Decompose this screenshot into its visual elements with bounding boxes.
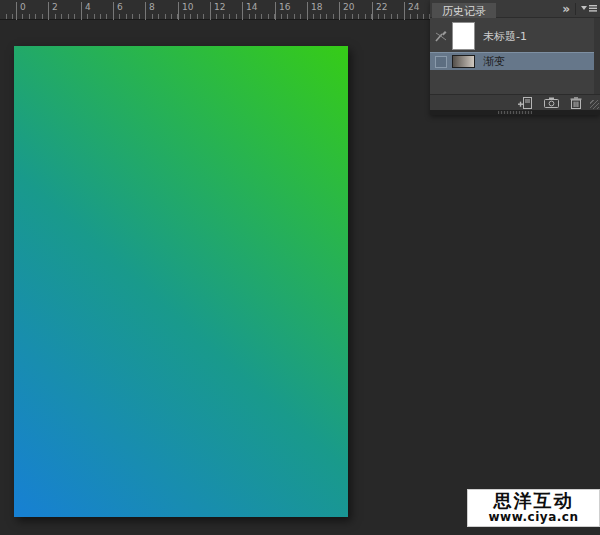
- watermark-title: 思洋互动: [494, 492, 574, 511]
- photoshop-workspace: { "app": { "background_color": "#282828"…: [0, 0, 600, 535]
- document-canvas-gradient[interactable]: [14, 46, 348, 517]
- tabbar-separator: [575, 3, 576, 15]
- ruler-mark: 14: [242, 2, 257, 12]
- gradient-state-thumbnail: [452, 55, 475, 68]
- history-panel-tabbar: 历史记录 »: [430, 0, 600, 18]
- history-state-gradient[interactable]: 渐变: [430, 52, 594, 70]
- panel-menu-icon[interactable]: [581, 4, 597, 14]
- ruler-mark: 6: [113, 2, 123, 12]
- watermark-url: www.ciya.cn: [489, 511, 579, 524]
- ruler-mark: 16: [275, 2, 290, 12]
- ruler-mark: 12: [210, 2, 225, 12]
- panel-drag-handle[interactable]: [498, 111, 532, 114]
- delete-state-trash-icon[interactable]: [570, 97, 582, 109]
- history-brush-source-slot[interactable]: [435, 56, 447, 68]
- ruler-mark: 20: [339, 2, 354, 12]
- history-state-untitled[interactable]: 未标题-1: [430, 20, 594, 52]
- history-panel: 历史记录 » 未标题-1: [430, 0, 600, 115]
- ruler-mark: 0: [16, 2, 26, 12]
- collapse-panel-icon[interactable]: »: [562, 0, 570, 18]
- history-states-list: 未标题-1 渐变: [430, 18, 600, 94]
- panel-bottom-edge: [430, 110, 600, 115]
- new-snapshot-camera-icon[interactable]: [544, 97, 559, 108]
- ruler-mark: 24: [404, 2, 419, 12]
- panel-resize-grip[interactable]: [590, 100, 599, 109]
- horizontal-ruler[interactable]: 0 2 4 6 8 10 12 14 16 18 20 22 24: [0, 0, 430, 20]
- ruler-mark: 22: [372, 2, 387, 12]
- ruler-mark: 8: [145, 2, 155, 12]
- ruler-mark: 18: [307, 2, 322, 12]
- history-state-label: 未标题-1: [483, 29, 527, 44]
- ruler-mark: 4: [81, 2, 91, 12]
- history-state-label: 渐变: [483, 54, 505, 69]
- new-document-from-state-icon[interactable]: [517, 97, 533, 109]
- watermark: 思洋互动 www.ciya.cn: [467, 489, 600, 527]
- history-panel-buttons: [430, 94, 600, 110]
- snapshot-thumbnail: [452, 22, 475, 50]
- history-brush-source-icon[interactable]: [430, 29, 452, 43]
- ruler-mark: 10: [178, 2, 193, 12]
- ruler-mark: 2: [48, 2, 58, 12]
